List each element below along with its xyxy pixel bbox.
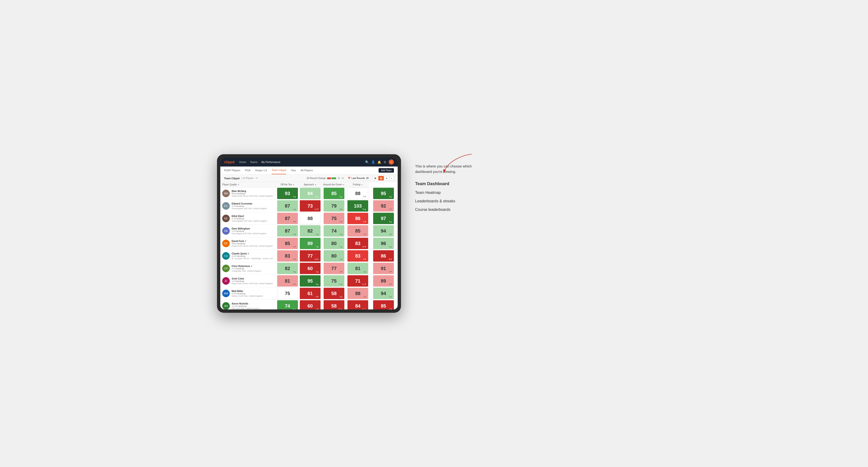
- view-toggles: ⊞ ▦ ≡ ↓: [373, 176, 394, 181]
- subnav-all-players[interactable]: All Players: [301, 166, 313, 174]
- subnav-hcaps[interactable]: Hcaps 1-5: [255, 166, 267, 174]
- score-value: 60: [308, 266, 313, 271]
- player-cell-9: ANAaron Nicholls11-15 HandicapDrift Golf…: [220, 300, 276, 310]
- option-course-leaderboards: Course leaderboards: [415, 208, 481, 212]
- player-cell-4: DFDavid Ford ✓Plus HandicapRoyal North D…: [220, 237, 276, 250]
- sub-nav: PGAT Players PGA Hcaps 1-5 Team Clippd T…: [220, 166, 398, 175]
- score-value: 74: [331, 228, 337, 234]
- table-row[interactable]: CQCharlie Quick ✓6-10 HandicapSt. George…: [220, 250, 398, 262]
- player-handicap: Plus Handicap: [231, 243, 274, 245]
- sort-icon-approach[interactable]: ▼: [315, 184, 316, 186]
- table-row[interactable]: MMMatt Miller6-10 HandicapWoburn Golf Cl…: [220, 287, 398, 300]
- avatar[interactable]: U: [389, 159, 394, 165]
- page-wrapper: clippd Home Teams My Performance 🔍 👤 🔔 ⚙…: [217, 154, 651, 313]
- table-row[interactable]: EEElliot Ebert1-5 HandicapSunningdale Go…: [220, 212, 398, 225]
- add-team-button[interactable]: Add Team: [379, 168, 394, 173]
- table-row[interactable]: JCJosh Coles1-5 HandicapRoyal North Devo…: [220, 275, 398, 287]
- subnav-tour[interactable]: Tour: [291, 166, 296, 174]
- score-change: 4▲: [364, 271, 367, 273]
- score-change: -2▼: [363, 295, 367, 298]
- col-header-player: Player Quality ▼: [220, 182, 276, 187]
- subnav-pga[interactable]: PGA: [245, 166, 250, 174]
- change-bar: [327, 177, 336, 179]
- player-club: Gog Magog Golf Club, United Kingdom: [231, 232, 274, 235]
- score-cell-approach: 741▲: [321, 225, 346, 237]
- score-value: 77: [331, 266, 337, 271]
- score-change: -4▼: [389, 308, 392, 309]
- last-rounds-button[interactable]: 📅 Last Rounds: 20: [346, 176, 371, 181]
- search-icon[interactable]: 🔍: [365, 160, 369, 164]
- view-download-button[interactable]: ↓: [390, 176, 394, 181]
- score-change: 2▲: [340, 283, 343, 285]
- table-row[interactable]: DFDavid Ford ✓Plus HandicapRoyal North D…: [220, 237, 398, 250]
- score-change: -3▼: [363, 233, 367, 236]
- table-row[interactable]: CRChris Robertson ✓1-5 HandicapCraigmill…: [220, 262, 398, 275]
- score-value: 87: [285, 216, 290, 221]
- annotation-panel: This is where you can choose which dashb…: [415, 154, 481, 212]
- player-handicap: 1-5 Handicap: [231, 205, 274, 207]
- player-club: Royal North Devon Golf Club, United King…: [231, 282, 274, 285]
- score-cell-player-quality: 874▲: [276, 225, 299, 237]
- table-row[interactable]: ECEdward Crossman1-5 HandicapSunningdale…: [220, 200, 398, 212]
- player-name: Charlie Quick ✓: [231, 252, 274, 255]
- score-cell-off-tee: 61-3▼: [299, 287, 321, 300]
- player-cell-8: MMMatt Miller6-10 HandicapWoburn Golf Cl…: [220, 287, 276, 300]
- subnav-team-clippd[interactable]: Team Clippd: [272, 166, 286, 174]
- calendar-icon: 📅: [348, 177, 350, 180]
- user-icon[interactable]: 👤: [371, 160, 375, 164]
- sort-icon-putting[interactable]: ▼: [361, 184, 363, 186]
- player-avatar: JC: [222, 277, 230, 285]
- sort-icon-tee[interactable]: ▼: [293, 184, 294, 186]
- score-change: 15▲: [362, 208, 367, 210]
- score-cell-off-tee: 73-11▼: [299, 200, 321, 212]
- score-change: 9▲: [389, 195, 392, 198]
- view-list-button[interactable]: ≡: [384, 176, 389, 181]
- sort-icon-player[interactable]: ▼: [238, 184, 239, 186]
- score-change: 5▲: [389, 220, 392, 223]
- nav-my-performance[interactable]: My Performance: [261, 161, 280, 163]
- table-row[interactable]: BMBlair McHargPlus HandicapRoyal North D…: [220, 187, 398, 200]
- player-cell-3: DBDave Billingham1-5 HandicapGog Magog G…: [220, 225, 276, 237]
- edit-icon[interactable]: ✏: [256, 177, 258, 180]
- player-handicap: 1-5 Handicap: [231, 280, 274, 282]
- bell-icon[interactable]: 🔔: [377, 160, 381, 164]
- score-value: 75: [331, 216, 337, 221]
- player-cell-6: CRChris Robertson ✓1-5 HandicapCraigmill…: [220, 262, 276, 275]
- score-cell-putting: 86-8▼: [369, 250, 398, 262]
- score-change: -3▼: [292, 283, 296, 285]
- score-cell-approach: 5810▲: [321, 300, 346, 310]
- view-heatmap-button[interactable]: ▦: [378, 176, 384, 181]
- score-value: 88: [308, 216, 313, 221]
- table-row[interactable]: ANAaron Nicholls11-15 HandicapDrift Golf…: [220, 300, 398, 310]
- score-change: -11▼: [314, 208, 319, 210]
- score-value: 71: [355, 278, 361, 284]
- view-grid-button[interactable]: ⊞: [373, 176, 378, 181]
- sort-icon-green[interactable]: ▼: [343, 184, 345, 186]
- score-cell-around-green: 83-10▼: [346, 237, 369, 250]
- nav-home[interactable]: Home: [239, 161, 246, 163]
- dashboard-options: Team Dashboard Team Heatmap Leaderboards…: [415, 181, 481, 212]
- score-value: 95: [381, 191, 386, 196]
- score-cell-approach: 752▲: [321, 275, 346, 287]
- change-negative: -5: [338, 177, 340, 180]
- option-leaderboards: Leaderboards & streaks: [415, 199, 481, 203]
- score-change: -6▼: [363, 258, 367, 260]
- table-scroll-container[interactable]: Player Quality ▼ Off the Tee ▼ Approach …: [220, 182, 398, 309]
- score-cell-approach: 799▲: [321, 200, 346, 212]
- score-value: 83: [355, 253, 361, 259]
- score-cell-approach: 75-3▼: [321, 212, 346, 225]
- settings-icon[interactable]: ⚙: [383, 160, 386, 164]
- score-value: 75: [331, 278, 337, 284]
- option-team-dashboard: Team Dashboard: [415, 181, 481, 186]
- positive-bar: [331, 177, 336, 179]
- score-value: 80: [331, 253, 337, 259]
- score-value: 89: [381, 278, 386, 284]
- subnav-pgat[interactable]: PGAT Players: [224, 166, 240, 174]
- score-value: 88: [355, 191, 361, 196]
- score-value: 73: [308, 203, 313, 209]
- table-row[interactable]: DBDave Billingham1-5 HandicapGog Magog G…: [220, 225, 398, 237]
- score-value: 86: [355, 216, 361, 221]
- col-header-around-green: Around the Green ▼: [321, 182, 346, 187]
- score-change: -3▼: [292, 220, 296, 223]
- nav-teams[interactable]: Teams: [250, 161, 257, 163]
